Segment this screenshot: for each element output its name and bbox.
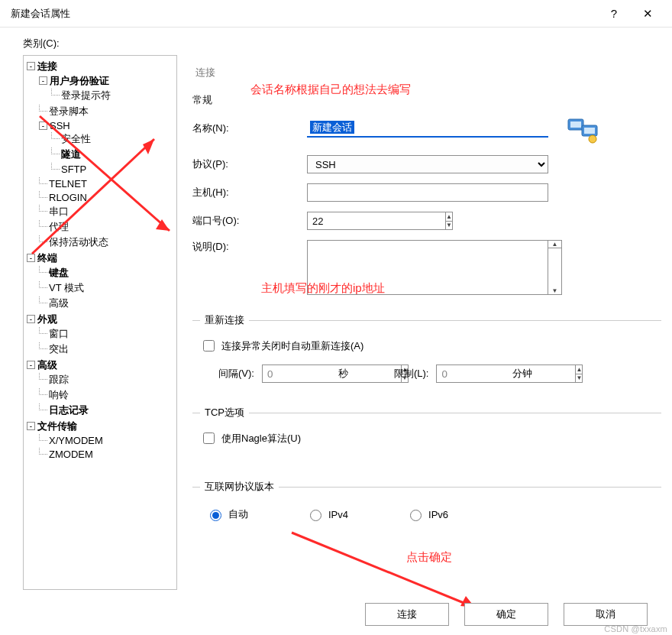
ipver-ipv4[interactable]: IPv4 xyxy=(306,507,348,521)
port-spinner[interactable]: ▲▼ xyxy=(446,212,453,230)
ipver-auto[interactable]: 自动 xyxy=(206,507,248,521)
category-label: 类别(C): xyxy=(0,28,672,55)
content-pane: 连接 常规 会话名称根据自己的想法去编写 名称(N): 新建会话 协议(P): … xyxy=(177,55,661,590)
name-input[interactable]: 新建会话 xyxy=(307,119,548,138)
protocol-select[interactable]: SSH xyxy=(307,155,548,173)
connect-button[interactable]: 连接 xyxy=(365,603,449,626)
nagle-checkbox[interactable] xyxy=(203,433,215,444)
cancel-button[interactable]: 取消 xyxy=(564,603,648,626)
tree-logging[interactable]: 日志记录 xyxy=(49,404,89,416)
tree-highlight[interactable]: 突出 xyxy=(49,343,69,355)
computers-icon xyxy=(565,112,602,145)
tcp-group: TCP选项 使用Nagle算法(U) xyxy=(192,406,661,462)
titlebar: 新建会话属性 ? ✕ xyxy=(0,0,672,28)
watermark: CSDN @txxaxm xyxy=(604,624,667,633)
ipver-ipv6[interactable]: IPv6 xyxy=(406,507,448,521)
tcp-legend: TCP选项 xyxy=(200,406,249,420)
reconnect-checkbox[interactable] xyxy=(203,340,215,352)
limit-input[interactable] xyxy=(436,364,576,383)
tree-bell[interactable]: 响铃 xyxy=(49,389,69,400)
limit-spinner[interactable]: ▲▼ xyxy=(576,364,583,383)
reconnect-group: 重新连接 连接异常关闭时自动重新连接(A) 间隔(V): ▲▼ 秒 限制(L):… xyxy=(192,313,661,387)
minutes-label: 分钟 xyxy=(512,367,532,381)
tree-appearance[interactable]: 外观 xyxy=(37,313,57,325)
close-button[interactable]: ✕ xyxy=(631,0,664,28)
desc-scrollbar[interactable]: ▲▼ xyxy=(548,240,562,295)
tree-xymodem[interactable]: X/YMODEM xyxy=(49,435,103,446)
limit-label: 限制(L): xyxy=(394,367,429,381)
seconds-label: 秒 xyxy=(338,367,348,381)
tree-advanced[interactable]: 高级 xyxy=(37,359,57,371)
interval-input[interactable] xyxy=(262,364,402,383)
tree-zmodem[interactable]: ZMODEM xyxy=(49,449,93,460)
reconnect-legend: 重新连接 xyxy=(200,313,249,327)
ok-button[interactable]: 确定 xyxy=(464,603,548,626)
tree-user-auth[interactable]: 用户身份验证 xyxy=(50,75,109,86)
window-title: 新建会话属性 xyxy=(11,7,597,21)
tree-window[interactable]: 窗口 xyxy=(49,328,69,339)
interval-label: 间隔(V): xyxy=(218,367,254,381)
tree-advanced-term[interactable]: 高级 xyxy=(49,297,69,309)
ipver-group: 互联网协议版本 自动 IPv4 IPv6 xyxy=(192,480,661,529)
nagle-label: 使用Nagle算法(U) xyxy=(221,432,301,445)
host-input[interactable] xyxy=(307,183,548,202)
help-button[interactable]: ? xyxy=(597,0,631,28)
ipver-legend: 互联网协议版本 xyxy=(200,480,279,494)
tree-vt-mode[interactable]: VT 模式 xyxy=(49,282,84,293)
tree-keyboard[interactable]: 键盘 xyxy=(49,267,69,278)
tree-connection[interactable]: 连接 xyxy=(37,60,57,72)
svg-rect-3 xyxy=(584,128,595,134)
svg-point-4 xyxy=(589,135,596,143)
reconnect-chk-label: 连接异常关闭时自动重新连接(A) xyxy=(221,339,363,353)
tree-trace[interactable]: 跟踪 xyxy=(49,374,69,385)
annotation-2: 主机填写的刚才的ip地址 xyxy=(261,281,385,296)
svg-rect-1 xyxy=(570,121,581,128)
tree-file-transfer[interactable]: 文件传输 xyxy=(37,420,77,432)
